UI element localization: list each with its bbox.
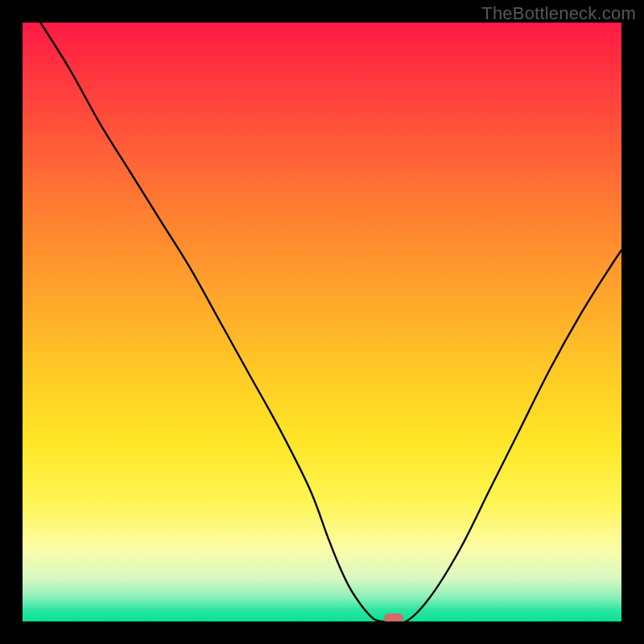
chart-frame: TheBottleneck.com (0, 0, 644, 644)
plot-area (23, 23, 621, 621)
bottleneck-curve (23, 23, 621, 621)
optimal-marker (384, 613, 403, 621)
watermark-text: TheBottleneck.com (481, 3, 636, 24)
